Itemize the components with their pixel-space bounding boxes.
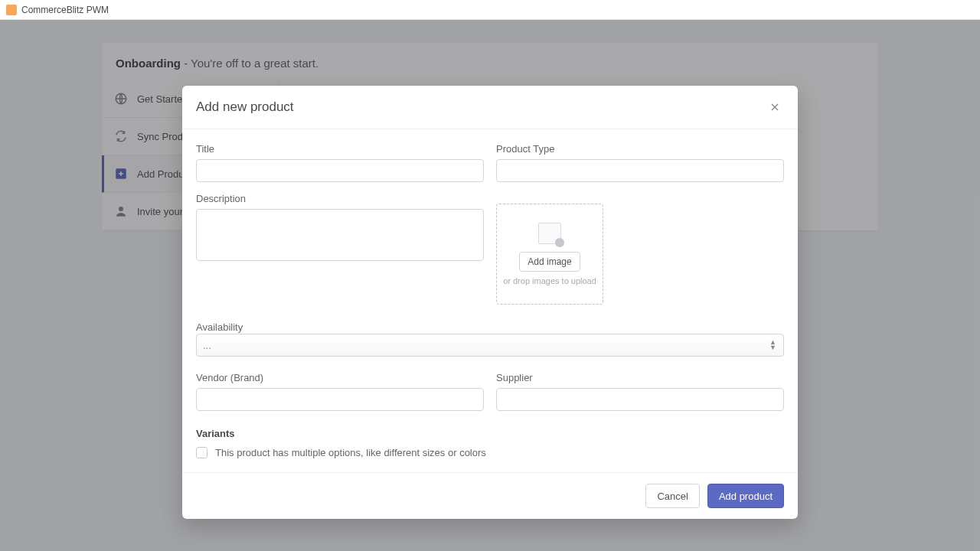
supplier-input[interactable] [496, 388, 784, 411]
drop-hint-text: or drop images to upload [503, 276, 596, 285]
image-placeholder-icon [538, 223, 561, 244]
app-top-bar: CommerceBlitz PWM [0, 0, 980, 20]
add-image-button[interactable]: Add image [519, 252, 580, 272]
modal-header: Add new product [182, 86, 798, 129]
app-title: CommerceBlitz PWM [21, 5, 109, 15]
image-dropzone[interactable]: Add image or drop images to upload [496, 204, 603, 305]
label-vendor: Vendor (Brand) [196, 372, 484, 383]
variants-checkbox-label: This product has multiple options, like … [215, 447, 486, 458]
title-input[interactable] [196, 159, 484, 182]
label-product-type: Product Type [496, 143, 784, 155]
modal-body: Title Product Type Description Add image [182, 129, 798, 472]
modal-footer: Cancel Add product [182, 472, 798, 519]
variants-checkbox[interactable] [196, 447, 207, 458]
add-product-button[interactable]: Add product [707, 484, 784, 508]
description-input[interactable] [196, 209, 484, 261]
select-arrows-icon: ▲▼ [769, 340, 776, 350]
modal-overlay: Add new product Title Product Type Descr… [0, 20, 980, 551]
add-product-modal: Add new product Title Product Type Descr… [182, 86, 798, 519]
label-availability: Availability [196, 321, 243, 333]
label-description: Description [196, 193, 484, 204]
app-logo-icon [6, 5, 17, 15]
variants-section-title: Variants [196, 428, 784, 439]
product-type-input[interactable] [496, 159, 784, 182]
label-title: Title [196, 143, 484, 155]
variants-checkbox-row[interactable]: This product has multiple options, like … [196, 447, 784, 458]
availability-select[interactable]: ... [196, 334, 784, 357]
close-icon[interactable] [766, 98, 784, 116]
label-supplier: Supplier [496, 372, 784, 383]
modal-title: Add new product [196, 99, 294, 115]
cancel-button[interactable]: Cancel [645, 484, 699, 508]
vendor-input[interactable] [196, 388, 484, 411]
